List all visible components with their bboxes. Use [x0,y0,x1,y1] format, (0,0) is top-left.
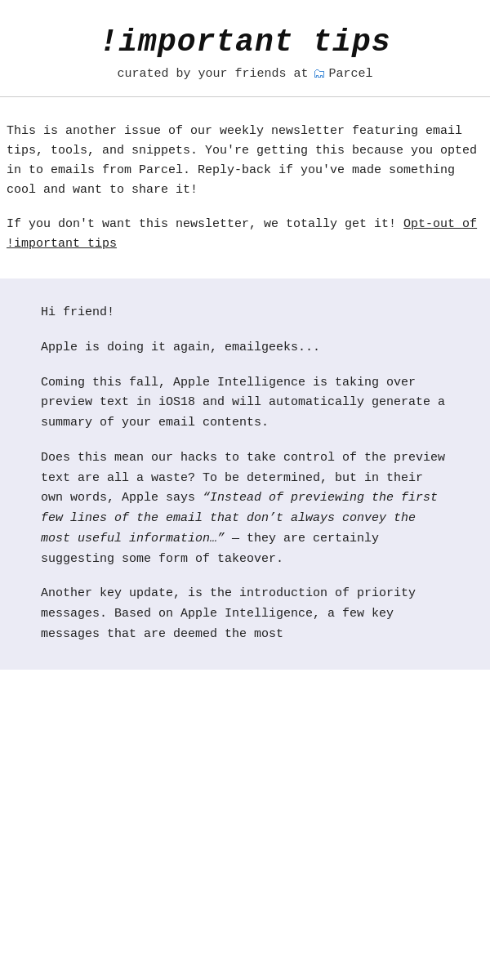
optout-pre-text: If you don't want this newsletter, we to… [7,217,396,231]
parcel-icon: 🗂 [313,66,326,82]
parcel-brand: 🗂 Parcel [313,66,373,82]
intro-paragraph-1: This is another issue of our weekly news… [7,122,483,200]
newsletter-title: !important tips [16,24,474,60]
content-greeting: Hi friend! [41,303,449,323]
intro-section: This is another issue of our weekly news… [0,114,490,270]
content-paragraph-4: Another key update, is the introduction … [41,584,449,644]
content-paragraph-2: Coming this fall, Apple Intelligence is … [41,373,449,434]
header-subtitle: curated by your friends at 🗂 Parcel [16,66,474,82]
header-divider [0,96,490,97]
content-paragraph-1: Apple is doing it again, emailgeeks... [41,338,449,359]
parcel-label: Parcel [329,67,373,81]
content-section: Hi friend! Apple is doing it again, emai… [0,278,490,670]
optout-paragraph: If you don't want this newsletter, we to… [7,215,483,254]
subtitle-text: curated by your friends at [117,67,308,81]
email-header: !important tips curated by your friends … [0,0,490,96]
content-paragraph-3: Does this mean our hacks to take control… [41,448,449,570]
